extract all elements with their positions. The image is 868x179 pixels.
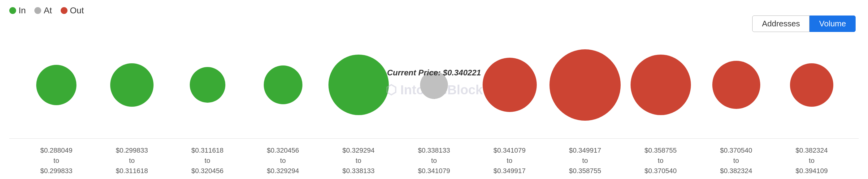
legend-item-at: At — [34, 6, 52, 16]
bubble-col-9 — [699, 61, 774, 109]
bubble-col-4 — [321, 55, 396, 115]
range-line3-8: $0.370540 — [645, 166, 677, 176]
bubble-3 — [264, 66, 303, 104]
legend-dot-out — [61, 7, 67, 14]
legend-label-at: At — [44, 6, 52, 16]
range-line2-4: to — [356, 155, 361, 166]
label-col-5: $0.338133to$0.341079 — [396, 145, 472, 176]
range-line3-9: $0.382324 — [720, 166, 752, 176]
bubble-col-7 — [547, 49, 623, 121]
range-line2-2: to — [205, 155, 210, 166]
labels-row: $0.288049to$0.299833$0.299833to$0.311618… — [0, 145, 868, 176]
label-col-2: $0.311618to$0.320456 — [169, 145, 245, 176]
range-line1-5: $0.338133 — [418, 145, 450, 155]
volume-button[interactable]: Volume — [809, 16, 856, 32]
bubble-6 — [483, 58, 537, 112]
range-line1-6: $0.341079 — [493, 145, 526, 155]
legend: In At Out — [9, 6, 84, 16]
legend-item-out: Out — [61, 6, 84, 16]
view-toggle: Addresses Volume — [752, 16, 856, 32]
legend-label-in: In — [19, 6, 26, 16]
range-line2-9: to — [733, 155, 739, 166]
range-line3-6: $0.349917 — [493, 166, 526, 176]
range-line2-6: to — [507, 155, 512, 166]
range-line2-7: to — [582, 155, 588, 166]
legend-dot-at — [34, 7, 41, 14]
bubble-col-0 — [19, 65, 94, 105]
range-line1-10: $0.382324 — [796, 145, 828, 155]
range-line3-7: $0.358755 — [569, 166, 601, 176]
bubble-col-1 — [94, 63, 169, 107]
divider-line — [9, 138, 859, 139]
bubble-10 — [790, 63, 833, 107]
range-line1-4: $0.329294 — [342, 145, 375, 155]
range-line1-9: $0.370540 — [720, 145, 752, 155]
range-line3-4: $0.338133 — [342, 166, 375, 176]
bubble-col-10 — [774, 63, 849, 107]
range-line3-2: $0.320456 — [191, 166, 223, 176]
label-col-1: $0.299833to$0.311618 — [94, 145, 169, 176]
bubble-9 — [712, 61, 760, 109]
range-line1-2: $0.311618 — [191, 145, 223, 155]
label-col-8: $0.358755to$0.370540 — [623, 145, 699, 176]
bubble-8 — [630, 55, 691, 115]
bubble-col-5: Current Price: $0.340221 — [396, 71, 472, 99]
legend-label-out: Out — [70, 6, 84, 16]
addresses-button[interactable]: Addresses — [752, 16, 809, 32]
range-line2-10: to — [809, 155, 814, 166]
label-col-0: $0.288049to$0.299833 — [19, 145, 94, 176]
bubble-col-8 — [623, 55, 699, 115]
bubble-4 — [329, 55, 389, 115]
legend-dot-in — [9, 7, 16, 14]
range-line2-8: to — [658, 155, 663, 166]
bubble-0 — [36, 65, 76, 105]
range-line2-5: to — [431, 155, 437, 166]
range-line1-1: $0.299833 — [116, 145, 148, 155]
bubble-col-2 — [169, 67, 245, 103]
bubble-col-6 — [472, 58, 547, 112]
range-line2-1: to — [129, 155, 135, 166]
bubble-1 — [110, 63, 154, 107]
chart-area: Current Price: $0.340221 — [0, 31, 868, 139]
range-line3-10: $0.394109 — [796, 166, 828, 176]
range-line3-3: $0.329294 — [267, 166, 299, 176]
label-col-9: $0.370540to$0.382324 — [699, 145, 774, 176]
bubble-7 — [550, 49, 621, 121]
range-line1-7: $0.349917 — [569, 145, 601, 155]
range-line3-0: $0.299833 — [40, 166, 72, 176]
current-price-wrapper: Current Price: $0.340221 — [396, 71, 472, 99]
label-col-4: $0.329294to$0.338133 — [321, 145, 396, 176]
bubble-col-3 — [245, 66, 321, 104]
legend-item-in: In — [9, 6, 26, 16]
range-line1-3: $0.320456 — [267, 145, 299, 155]
range-line1-8: $0.358755 — [645, 145, 677, 155]
label-col-10: $0.382324to$0.394109 — [774, 145, 849, 176]
range-line2-3: to — [280, 155, 286, 166]
range-line2-0: to — [54, 155, 59, 166]
range-line1-0: $0.288049 — [40, 145, 72, 155]
bubble-2 — [190, 67, 225, 103]
range-line3-1: $0.311618 — [116, 166, 148, 176]
label-col-6: $0.341079to$0.349917 — [472, 145, 547, 176]
label-col-7: $0.349917to$0.358755 — [547, 145, 623, 176]
label-col-3: $0.320456to$0.329294 — [245, 145, 321, 176]
current-price-label: Current Price: $0.340221 — [387, 68, 481, 78]
range-line3-5: $0.341079 — [418, 166, 450, 176]
